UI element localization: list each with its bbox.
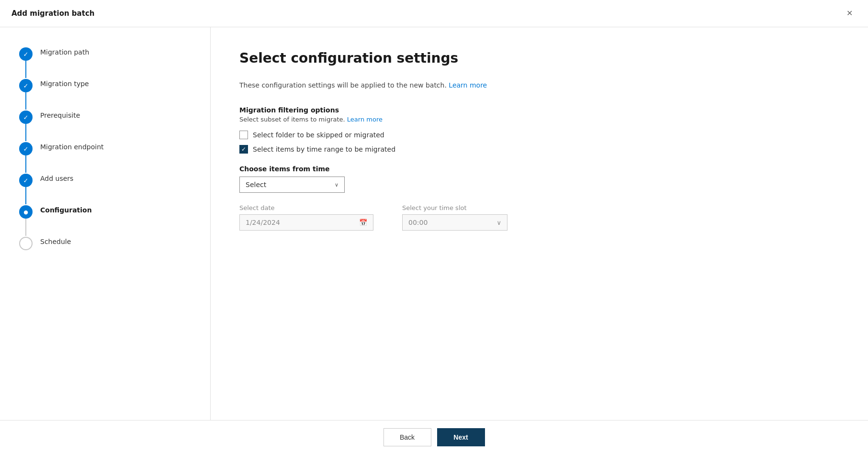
connector-4 (25, 155, 26, 173)
chevron-time-icon: ∨ (496, 219, 501, 226)
time-value: 00:00 (408, 219, 428, 226)
step-migration-type: ✓ Migration type (19, 78, 191, 110)
dialog-title: Add migration batch (11, 9, 94, 18)
step-label-configuration: Configuration (40, 204, 92, 214)
description-text: These configuration settings will be app… (239, 81, 839, 89)
step-label-migration-type: Migration type (40, 78, 89, 88)
select-placeholder: Select (246, 181, 266, 188)
step-icon-migration-type: ✓ (19, 79, 33, 92)
select-time-dropdown[interactable]: Select ∨ (239, 177, 345, 193)
step-label-schedule: Schedule (40, 236, 71, 245)
connector-1 (25, 61, 26, 78)
main-content: Select configuration settings These conf… (211, 27, 868, 420)
checkbox-folder-label: Select folder to be skipped or migrated (253, 131, 384, 139)
date-time-row: Select date 1/24/2024 📅 Select your time… (239, 204, 839, 231)
step-label-migration-path: Migration path (40, 46, 89, 56)
description-body: These configuration settings will be app… (239, 81, 447, 89)
step-configuration: ● Configuration (19, 204, 191, 236)
learn-more-link-2[interactable]: Learn more (347, 116, 383, 123)
time-field-label: Select your time slot (402, 204, 507, 211)
choose-items-label: Choose items from time (239, 165, 839, 173)
step-icon-prerequisite: ✓ (19, 111, 33, 124)
checkbox-time-range-label: Select items by time range to be migrate… (253, 145, 395, 153)
step-icon-add-users: ✓ (19, 174, 33, 187)
dialog-header: Add migration batch ✕ (0, 0, 868, 27)
step-icon-configuration: ● (19, 205, 33, 219)
date-field-label: Select date (239, 204, 373, 211)
step-add-users: ✓ Add users (19, 173, 191, 204)
step-label-add-users: Add users (40, 173, 73, 182)
date-field-group: Select date 1/24/2024 📅 (239, 204, 373, 231)
step-label-migration-endpoint: Migration endpoint (40, 141, 104, 151)
chevron-down-icon: ∨ (335, 182, 338, 188)
calendar-icon: 📅 (359, 219, 367, 226)
connector-3 (25, 124, 26, 141)
checkbox-time-range-row[interactable]: ✓ Select items by time range to be migra… (239, 145, 839, 154)
step-icon-schedule (19, 237, 33, 250)
back-button[interactable]: Back (383, 428, 431, 446)
date-value: 1/24/2024 (246, 219, 280, 226)
date-input[interactable]: 1/24/2024 📅 (239, 214, 373, 231)
time-input[interactable]: 00:00 ∨ (402, 214, 507, 231)
step-label-prerequisite: Prerequisite (40, 110, 80, 119)
step-schedule: Schedule (19, 236, 191, 250)
checkbox-time-range[interactable]: ✓ (239, 145, 248, 154)
step-migration-endpoint: ✓ Migration endpoint (19, 141, 191, 173)
connector-2 (25, 92, 26, 110)
connector-6 (25, 219, 26, 236)
close-button[interactable]: ✕ (843, 8, 857, 19)
dialog-body: ✓ Migration path ✓ Migration type ✓ Prer… (0, 27, 868, 420)
connector-5 (25, 187, 26, 204)
sidebar: ✓ Migration path ✓ Migration type ✓ Prer… (0, 27, 211, 420)
time-field-group: Select your time slot 00:00 ∨ (402, 204, 507, 231)
filtering-subtitle-text: Select subset of items to migrate. (239, 116, 345, 123)
filtering-section-title: Migration filtering options (239, 106, 839, 114)
step-prerequisite: ✓ Prerequisite (19, 110, 191, 141)
checkbox-folder-row[interactable]: Select folder to be skipped or migrated (239, 131, 839, 139)
step-icon-migration-path: ✓ (19, 47, 33, 61)
learn-more-link-1[interactable]: Learn more (449, 81, 487, 89)
dialog-footer: Back Next (0, 420, 868, 454)
step-icon-migration-endpoint: ✓ (19, 142, 33, 155)
page-heading: Select configuration settings (239, 50, 839, 66)
step-migration-path: ✓ Migration path (19, 46, 191, 78)
filtering-section-subtitle: Select subset of items to migrate. Learn… (239, 116, 839, 123)
next-button[interactable]: Next (437, 428, 485, 446)
checkbox-folder[interactable] (239, 131, 248, 139)
